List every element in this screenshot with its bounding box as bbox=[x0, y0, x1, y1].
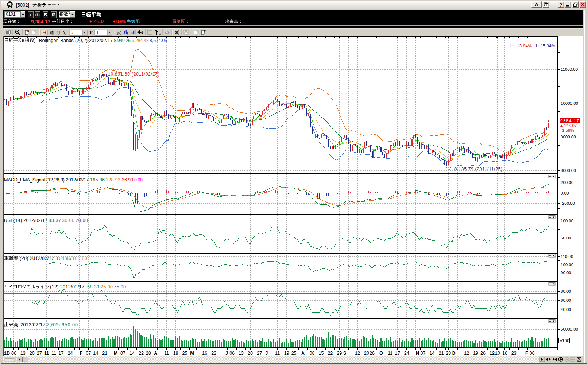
svg-text:90.00: 90.00 bbox=[561, 270, 571, 275]
svg-text:70.00: 70.00 bbox=[76, 218, 88, 223]
svg-text:2012/02/17: 2012/02/17 bbox=[20, 322, 45, 327]
svg-text:11: 11 bbox=[275, 351, 280, 356]
svg-text:A: A bbox=[301, 351, 305, 356]
svg-text:23: 23 bbox=[211, 351, 216, 356]
svg-text:(20) 2012/02/17: (20) 2012/02/17 bbox=[20, 256, 54, 261]
svg-text:10000.00: 10000.00 bbox=[561, 101, 578, 105]
svg-text:26: 26 bbox=[480, 351, 486, 356]
svg-text:9,284.48: 9,284.48 bbox=[132, 38, 149, 43]
svg-text:13: 13 bbox=[20, 351, 26, 356]
svg-text:x100: x100 bbox=[560, 338, 569, 343]
svg-text:9000.00: 9000.00 bbox=[561, 135, 576, 139]
svg-text:27: 27 bbox=[257, 351, 262, 356]
svg-text:75.00: 75.00 bbox=[114, 284, 126, 289]
svg-text:F: F bbox=[80, 351, 83, 356]
svg-text:11: 11 bbox=[44, 351, 49, 356]
svg-text:24: 24 bbox=[68, 351, 73, 356]
svg-text:-200.00: -200.00 bbox=[561, 201, 575, 205]
svg-text:J: J bbox=[265, 351, 268, 356]
svg-text:← 10,891.60 (2011/02/17): ← 10,891.60 (2011/02/17) bbox=[102, 72, 159, 77]
svg-text:16: 16 bbox=[202, 351, 207, 356]
svg-text:07: 07 bbox=[86, 351, 91, 356]
svg-text:100.00: 100.00 bbox=[561, 262, 573, 267]
svg-text:23: 23 bbox=[511, 351, 517, 356]
svg-text:D: D bbox=[452, 351, 456, 356]
svg-text:100.00: 100.00 bbox=[561, 219, 573, 223]
svg-text:25.00: 25.00 bbox=[101, 284, 113, 289]
svg-text:20: 20 bbox=[364, 351, 369, 356]
svg-text:M: M bbox=[114, 351, 117, 356]
svg-text:17: 17 bbox=[395, 351, 400, 356]
svg-text:1.58%: 1.58% bbox=[562, 128, 574, 132]
svg-text:19: 19 bbox=[473, 351, 478, 356]
svg-text:8000.00: 8000.00 bbox=[561, 168, 576, 173]
svg-text:J: J bbox=[225, 351, 228, 356]
svg-text:(12) 2012/02/17: (12) 2012/02/17 bbox=[50, 284, 84, 289]
svg-text:L: 15.34%: L: 15.34% bbox=[536, 43, 555, 49]
svg-text:12: 12 bbox=[464, 351, 469, 356]
svg-text:40.00: 40.00 bbox=[561, 307, 571, 312]
svg-text:36.93: 36.93 bbox=[122, 177, 133, 182]
svg-text:165.86: 165.86 bbox=[90, 177, 105, 182]
svg-text:29: 29 bbox=[337, 351, 342, 356]
svg-text:08: 08 bbox=[310, 351, 315, 356]
svg-text:28: 28 bbox=[146, 351, 151, 356]
svg-text:11000.00: 11000.00 bbox=[561, 67, 578, 72]
svg-text:06: 06 bbox=[11, 351, 16, 356]
svg-text:14: 14 bbox=[93, 351, 98, 356]
svg-text:S: S bbox=[343, 351, 346, 356]
svg-text:50.00: 50.00 bbox=[561, 236, 571, 240]
svg-text:21: 21 bbox=[438, 351, 444, 356]
svg-text:14: 14 bbox=[129, 351, 135, 356]
svg-text:25: 25 bbox=[182, 351, 187, 356]
svg-text:24: 24 bbox=[404, 351, 409, 356]
svg-text:11: 11 bbox=[164, 351, 169, 356]
svg-text:M: M bbox=[190, 351, 194, 356]
svg-text:0.00: 0.00 bbox=[134, 177, 143, 182]
svg-text:07: 07 bbox=[120, 351, 125, 356]
svg-text:19: 19 bbox=[284, 351, 289, 356]
svg-text:15: 15 bbox=[318, 351, 324, 356]
svg-text:18: 18 bbox=[173, 351, 178, 356]
svg-text:16: 16 bbox=[502, 351, 507, 356]
svg-text:N: N bbox=[416, 351, 419, 356]
svg-text:30.00: 30.00 bbox=[62, 218, 74, 223]
svg-text:80.00: 80.00 bbox=[561, 289, 571, 293]
svg-text:21: 21 bbox=[102, 351, 107, 356]
svg-text:110.00: 110.00 bbox=[561, 254, 573, 259]
svg-text:128.93: 128.93 bbox=[106, 177, 120, 182]
svg-text:25: 25 bbox=[291, 351, 297, 356]
svg-text:17: 17 bbox=[59, 351, 64, 356]
svg-text:26: 26 bbox=[370, 351, 375, 356]
svg-text:A: A bbox=[154, 351, 157, 356]
svg-text:06: 06 bbox=[530, 351, 535, 356]
svg-text:58.33: 58.33 bbox=[87, 284, 99, 289]
svg-text:50000.00: 50000.00 bbox=[561, 327, 578, 331]
svg-text:8,949.26: 8,949.26 bbox=[114, 38, 131, 43]
svg-text:H: -13.84%: H: -13.84% bbox=[510, 43, 532, 49]
svg-text:13: 13 bbox=[239, 351, 244, 356]
svg-text:2,625,950.00: 2,625,950.00 bbox=[47, 322, 78, 327]
svg-text:11: 11 bbox=[388, 351, 392, 356]
svg-text:100.00: 100.00 bbox=[72, 256, 87, 261]
svg-text:F: F bbox=[525, 351, 528, 356]
svg-text:20: 20 bbox=[30, 351, 35, 356]
svg-text:07: 07 bbox=[421, 351, 426, 356]
svg-text:28: 28 bbox=[446, 351, 451, 356]
svg-text:27: 27 bbox=[37, 351, 42, 356]
svg-text:MACD_EMA_Signal (12,26,9) 2012: MACD_EMA_Signal (12,26,9) 2012/02/17 bbox=[4, 177, 89, 182]
svg-text:8,614.05: 8,614.05 bbox=[150, 38, 167, 43]
svg-text:14: 14 bbox=[430, 351, 435, 356]
svg-text:12: 12 bbox=[490, 351, 495, 356]
svg-text:22: 22 bbox=[328, 351, 333, 356]
svg-text:11: 11 bbox=[51, 351, 56, 356]
svg-text:60.00: 60.00 bbox=[561, 298, 571, 303]
svg-text:← 8,135.79 (2011/11/25): ← 8,135.79 (2011/11/25) bbox=[448, 166, 502, 172]
svg-text:146.07: 146.07 bbox=[564, 123, 577, 128]
svg-text:1D: 1D bbox=[4, 351, 10, 356]
svg-text:20: 20 bbox=[248, 351, 253, 356]
svg-text:200.00: 200.00 bbox=[561, 180, 573, 185]
svg-text:12: 12 bbox=[355, 351, 360, 356]
svg-text:06: 06 bbox=[229, 351, 235, 356]
svg-text:10: 10 bbox=[495, 351, 500, 356]
